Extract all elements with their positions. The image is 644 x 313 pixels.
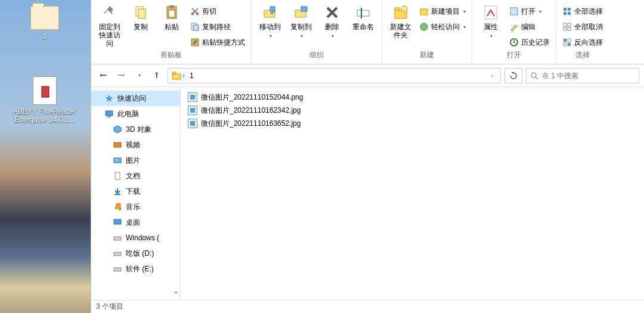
desktop-icon-label: ABBYY FineReader Enterprise 14.0.1... bbox=[12, 107, 78, 124]
explorer-body: 快速访问 此电脑 3D 对象 视频 图片 文档 bbox=[91, 87, 644, 300]
delete-button[interactable]: 删除▾ bbox=[318, 1, 346, 41]
tree-quick-access[interactable]: 快速访问 bbox=[91, 91, 180, 106]
breadcrumb-label: 1 bbox=[190, 72, 194, 80]
copy-to-button[interactable]: 复制到▾ bbox=[287, 1, 315, 41]
nav-up-button[interactable]: 🠕 bbox=[150, 69, 164, 83]
address-bar: 🠔 🠖 ▾ 🠕 › 1 ⌄ bbox=[91, 64, 644, 87]
tree-label: 快速访问 bbox=[117, 94, 146, 104]
star-icon bbox=[104, 94, 114, 103]
copy-path-button[interactable]: 复制路径 bbox=[189, 20, 246, 33]
svg-rect-50 bbox=[114, 268, 121, 271]
rename-button[interactable]: 重命名 bbox=[349, 1, 377, 31]
move-to-button[interactable]: 移动到▾ bbox=[256, 1, 284, 41]
pictures-icon bbox=[113, 156, 122, 165]
tree-scroll-down[interactable]: ⌄ bbox=[173, 287, 179, 295]
svg-rect-43 bbox=[114, 158, 121, 163]
svg-rect-4 bbox=[169, 5, 174, 8]
tree-drive-d[interactable]: 吃饭 (D:) bbox=[91, 246, 180, 261]
paste-button[interactable]: 粘贴 bbox=[158, 1, 185, 31]
tree-drive-e[interactable]: 软件 (E:) bbox=[91, 261, 180, 277]
refresh-button[interactable] bbox=[504, 68, 522, 83]
svg-point-44 bbox=[116, 159, 117, 161]
svg-rect-13 bbox=[301, 7, 307, 11]
file-item[interactable]: 微信图片_20221110162342.jpg bbox=[187, 104, 638, 117]
svg-rect-19 bbox=[420, 9, 428, 15]
nav-back-button[interactable]: 🠔 bbox=[96, 69, 110, 83]
paste-shortcut-button[interactable]: 粘贴快捷方式 bbox=[189, 36, 246, 49]
file-item[interactable]: 微信图片_20221110152044.png bbox=[187, 91, 638, 104]
tree-documents[interactable]: 文档 bbox=[91, 168, 180, 184]
svg-rect-29 bbox=[568, 23, 571, 26]
folder-icon bbox=[172, 71, 181, 80]
svg-rect-37 bbox=[172, 72, 176, 74]
copy-label: 复制 bbox=[134, 23, 148, 31]
select-none-button[interactable]: 全部取消 bbox=[561, 20, 604, 33]
tree-label: 吃饭 (D:) bbox=[126, 249, 154, 259]
file-item[interactable]: 微信图片_20221110163652.jpg bbox=[187, 117, 638, 130]
breadcrumb-root[interactable]: › bbox=[171, 71, 186, 80]
desktop-icon-abbyy[interactable]: ABBYY FineReader Enterprise 14.0.1... bbox=[12, 76, 78, 124]
breadcrumb-folder[interactable]: 1 bbox=[188, 72, 195, 80]
breadcrumb-dropdown[interactable]: ⌄ bbox=[487, 73, 498, 78]
svg-rect-0 bbox=[42, 86, 49, 97]
rename-icon bbox=[354, 4, 372, 21]
tree-label: 视频 bbox=[126, 140, 140, 150]
tree-label: 下载 bbox=[126, 187, 140, 197]
ribbon-group-organize: 移动到▾ 复制到▾ 删除▾ 重命名 组织 bbox=[252, 0, 382, 64]
open-button[interactable]: 打开▾ bbox=[508, 5, 551, 18]
documents-icon bbox=[113, 171, 122, 181]
tree-3d-objects[interactable]: 3D 对象 bbox=[91, 122, 180, 137]
paste-shortcut-icon bbox=[190, 38, 200, 47]
new-folder-label: 新建文件夹 bbox=[387, 23, 414, 39]
copy-to-label: 复制到 bbox=[290, 23, 312, 31]
copy-path-icon bbox=[190, 22, 200, 32]
desktop-icon bbox=[113, 218, 122, 227]
edit-button[interactable]: 编辑 bbox=[508, 20, 551, 33]
pin-to-quick-access-button[interactable]: 固定到快速访问 bbox=[96, 1, 123, 48]
desktop-icons: 1 ABBYY FineReader Enterprise 14.0.1... bbox=[12, 6, 78, 124]
svg-rect-21 bbox=[485, 6, 497, 19]
cut-button[interactable]: 剪切 bbox=[189, 5, 246, 18]
scissors-icon bbox=[190, 7, 200, 16]
select-all-label: 全部选择 bbox=[574, 7, 603, 17]
navigation-tree: 快速访问 此电脑 3D 对象 视频 图片 文档 bbox=[91, 87, 181, 300]
tree-label: 桌面 bbox=[126, 218, 140, 228]
breadcrumb[interactable]: › 1 ⌄ bbox=[168, 68, 501, 83]
svg-rect-27 bbox=[568, 12, 571, 15]
tree-windows-drive[interactable]: Windows ( bbox=[91, 230, 180, 246]
svg-rect-22 bbox=[510, 8, 518, 15]
svg-point-38 bbox=[531, 73, 536, 78]
ribbon: 固定到快速访问 复制 粘贴 剪切 复制路径 bbox=[91, 0, 644, 64]
drive-icon bbox=[113, 264, 122, 274]
tree-videos[interactable]: 视频 bbox=[91, 137, 180, 153]
paste-icon bbox=[163, 4, 181, 21]
invert-selection-button[interactable]: 反向选择 bbox=[561, 36, 604, 49]
tree-music[interactable]: 音乐 bbox=[91, 199, 180, 215]
ribbon-group-clipboard: 固定到快速访问 复制 粘贴 剪切 复制路径 bbox=[91, 0, 252, 64]
tree-label: Windows ( bbox=[126, 234, 159, 242]
tree-this-pc[interactable]: 此电脑 bbox=[91, 106, 180, 122]
tree-desktop[interactable]: 桌面 bbox=[91, 215, 180, 230]
tree-downloads[interactable]: 下载 bbox=[91, 184, 180, 199]
search-box[interactable] bbox=[526, 68, 639, 83]
new-item-button[interactable]: 新建项目▾ bbox=[418, 5, 467, 18]
nav-recent-button[interactable]: ▾ bbox=[132, 69, 146, 83]
tree-pictures[interactable]: 图片 bbox=[91, 153, 180, 168]
history-icon bbox=[509, 38, 519, 47]
music-icon bbox=[113, 202, 122, 212]
new-folder-button[interactable]: 新建文件夹 bbox=[387, 1, 414, 39]
search-input[interactable] bbox=[542, 72, 635, 80]
select-all-button[interactable]: 全部选择 bbox=[561, 5, 604, 18]
file-name: 微信图片_20221110162342.jpg bbox=[201, 106, 301, 116]
desktop-icon-folder-1[interactable]: 1 bbox=[12, 6, 78, 41]
easy-access-button[interactable]: 轻松访问▾ bbox=[418, 20, 467, 33]
svg-rect-35 bbox=[568, 43, 571, 46]
properties-button[interactable]: 属性▾ bbox=[477, 1, 504, 41]
copy-button[interactable]: 复制 bbox=[127, 1, 154, 31]
move-to-label: 移动到 bbox=[259, 23, 281, 31]
nav-forward-button[interactable]: 🠖 bbox=[114, 69, 128, 83]
image-file-icon bbox=[188, 106, 197, 115]
invert-selection-icon bbox=[562, 38, 572, 47]
history-button[interactable]: 历史记录 bbox=[508, 36, 551, 49]
svg-rect-2 bbox=[138, 9, 145, 18]
